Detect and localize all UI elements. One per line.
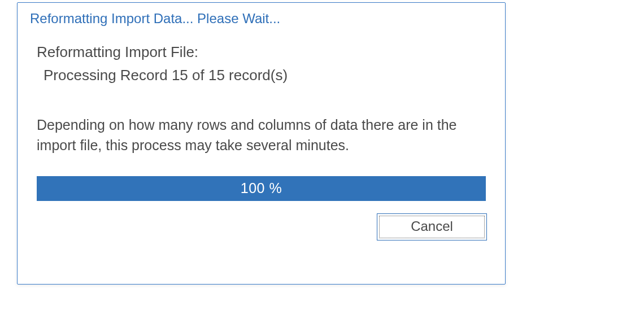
info-text: Depending on how many rows and columns o… [37, 115, 486, 156]
progress-dialog: Reformatting Import Data... Please Wait.… [17, 2, 506, 285]
progress-bar: 100 % [37, 176, 486, 201]
dialog-content: Reformatting Import File: Processing Rec… [18, 36, 505, 201]
button-row: Cancel [18, 201, 505, 240]
progress-label: 100 % [241, 180, 282, 196]
dialog-title: Reformatting Import Data... Please Wait.… [18, 3, 505, 36]
processing-status: Processing Record 15 of 15 record(s) [37, 67, 486, 84]
cancel-button[interactable]: Cancel [377, 213, 487, 240]
dialog-heading: Reformatting Import File: [37, 43, 486, 61]
